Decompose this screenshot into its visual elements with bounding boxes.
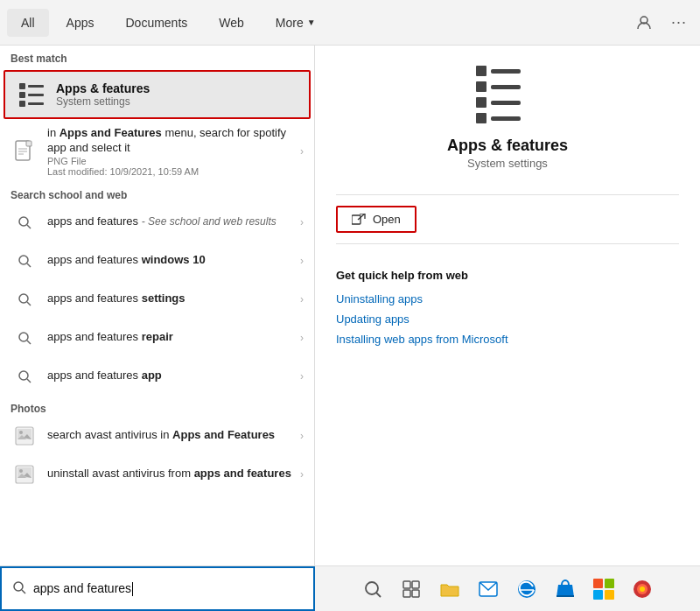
svg-rect-34 [556,595,574,597]
search-web-icon-3 [10,285,38,313]
file-result-type: PNG File [47,156,300,166]
svg-point-24 [14,582,23,591]
web-result-5-chevron: › [300,370,304,383]
svg-point-21 [19,469,23,473]
tab-web[interactable]: Web [205,9,258,37]
web-result-5-title: apps and features app [47,369,300,383]
web-result-1[interactable]: apps and features - See school and web r… [0,203,314,242]
taskbar-store-icon[interactable] [551,575,579,603]
tab-all[interactable]: All [7,9,49,37]
svg-point-10 [19,294,28,303]
photo-result-2[interactable]: uninstall avast antivirus from apps and … [0,455,314,494]
web-result-3[interactable]: apps and features settings › [0,280,314,319]
svg-line-23 [358,214,365,220]
web-result-3-content: apps and features settings [47,291,300,306]
best-match-label: Best match [0,46,314,68]
svg-line-11 [27,302,31,306]
file-result-modified: Last modified: 10/9/2021, 10:59 AM [47,166,300,177]
svg-rect-22 [352,215,360,224]
search-web-icon-5 [10,362,38,390]
search-input[interactable]: apps and features [33,581,303,596]
web-result-5-content: apps and features app [47,369,300,383]
photo-result-1-chevron: › [300,430,304,442]
content-area: Best match [0,46,700,565]
svg-rect-29 [412,581,419,588]
start-menu: All Apps Documents Web More ▼ ··· Best m… [0,0,700,611]
taskbar-edge-icon[interactable] [513,575,541,603]
svg-line-13 [27,341,31,344]
svg-line-15 [27,379,31,383]
photo-result-1-title: search avast antivirus in Apps and Featu… [47,428,300,443]
taskbar-circle-icon[interactable] [628,575,656,603]
svg-rect-30 [403,590,410,597]
photo-result-1[interactable]: search avast antivirus in Apps and Featu… [0,417,314,455]
web-result-4-chevron: › [300,332,304,344]
best-match-item[interactable]: Apps & features System settings [4,70,311,119]
ellipsis-button[interactable]: ··· [665,9,693,37]
search-web-label: Search school and web [0,182,314,203]
web-result-2-title: apps and features windows 10 [47,253,300,268]
file-icon [10,137,38,165]
web-result-4[interactable]: apps and features repair › [0,319,314,357]
person-icon [636,15,652,31]
svg-point-37 [640,586,645,592]
taskbar-taskview-icon[interactable] [397,575,425,603]
web-result-3-chevron: › [300,293,304,306]
svg-point-8 [19,256,28,264]
big-apps-features-icon [476,63,539,126]
left-panel: Best match [0,46,315,565]
web-result-4-title: apps and features repair [47,330,300,345]
svg-line-25 [22,590,25,593]
web-result-1-content: apps and features - See school and web r… [47,214,300,229]
quick-help-link-1[interactable]: Uninstalling apps [336,289,679,309]
tab-more[interactable]: More ▼ [262,9,330,37]
right-app-subtitle: System settings [336,157,679,170]
text-cursor [132,582,133,596]
best-match-text: Apps & features System settings [56,81,298,108]
quick-help-link-2[interactable]: Updating apps [336,309,679,329]
search-web-icon-4 [10,324,38,352]
svg-rect-28 [403,581,410,588]
tabs-bar: All Apps Documents Web More ▼ ··· [0,0,700,46]
file-result-chevron: › [300,145,304,158]
photo-result-2-chevron: › [300,468,304,481]
svg-rect-31 [412,590,419,597]
taskbar-colorful-icon[interactable] [590,575,618,603]
svg-rect-2 [26,141,32,146]
web-result-2[interactable]: apps and features windows 10 › [0,242,314,280]
taskbar-explorer-icon[interactable] [436,575,464,603]
svg-point-14 [19,371,28,380]
tab-apps[interactable]: Apps [52,9,108,37]
search-web-icon-2 [10,247,38,275]
tabs-right-actions: ··· [630,9,693,37]
search-bar-icon [12,580,26,597]
web-result-1-title: apps and features - See school and web r… [47,214,300,229]
ellipsis-icon: ··· [671,13,687,32]
tab-documents[interactable]: Documents [111,9,201,37]
right-app-icon-container [336,63,679,126]
svg-line-27 [376,593,381,597]
taskbar-search-icon[interactable] [359,575,387,603]
open-button[interactable]: Open [336,206,416,233]
web-result-2-content: apps and features windows 10 [47,253,300,268]
svg-point-12 [19,333,28,341]
search-bar: apps and features [0,565,700,611]
web-result-1-chevron: › [300,216,304,228]
svg-point-6 [19,217,28,226]
file-result-title: in Apps and Features menu, search for sp… [47,126,300,156]
web-result-5[interactable]: apps and features app › [0,357,314,396]
photo-result-2-title: uninstall avast antivirus from apps and … [47,467,300,481]
file-result-content: in Apps and Features menu, search for sp… [47,126,300,177]
person-icon-button[interactable] [630,9,658,37]
search-input-area[interactable]: apps and features [0,566,315,611]
taskbar-mail-icon[interactable] [474,575,502,603]
search-web-icon-1 [10,208,38,236]
taskbar-area [315,575,700,603]
web-result-3-title: apps and features settings [47,291,300,306]
quick-help-link-3[interactable]: Installing web apps from Microsoft [336,329,679,349]
file-result-item[interactable]: in Apps and Features menu, search for sp… [0,121,314,182]
right-panel: Apps & features System settings Open Get… [315,46,700,565]
chevron-down-icon: ▼ [307,18,316,27]
photo-result-2-content: uninstall avast antivirus from apps and … [47,467,300,481]
right-app-title: Apps & features [336,137,679,155]
